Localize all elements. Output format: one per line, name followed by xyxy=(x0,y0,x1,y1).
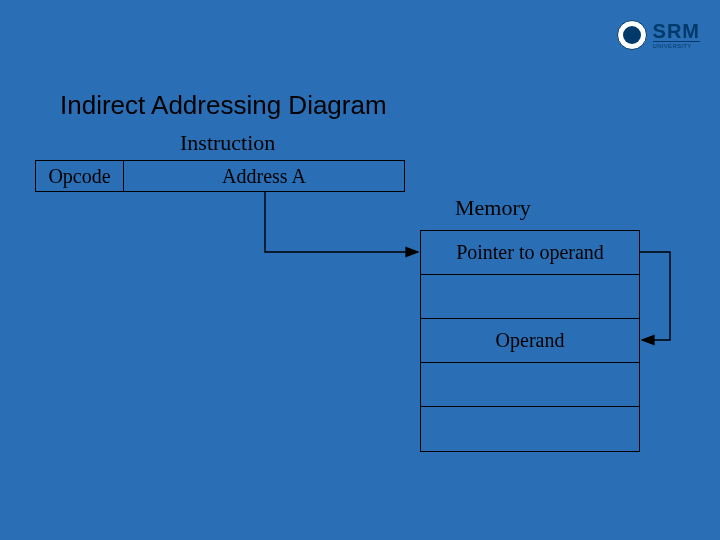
memory-box: Pointer to operand Operand xyxy=(420,230,640,452)
memory-row: Pointer to operand xyxy=(421,231,639,275)
memory-row xyxy=(421,407,639,451)
srm-logo: SRM UNIVERSITY xyxy=(617,20,700,50)
memory-row xyxy=(421,275,639,319)
slide-title: Indirect Addressing Diagram xyxy=(60,90,387,121)
logo-subtitle: UNIVERSITY xyxy=(653,41,700,49)
opcode-cell: Opcode xyxy=(36,161,124,191)
memory-row xyxy=(421,363,639,407)
instruction-label: Instruction xyxy=(180,130,275,156)
logo-text: SRM UNIVERSITY xyxy=(653,21,700,49)
memory-row: Operand xyxy=(421,319,639,363)
address-cell: Address A xyxy=(124,161,404,191)
memory-label: Memory xyxy=(455,195,531,221)
logo-brand: SRM xyxy=(653,21,700,41)
instruction-box: Opcode Address A xyxy=(35,160,405,192)
logo-seal-icon xyxy=(617,20,647,50)
